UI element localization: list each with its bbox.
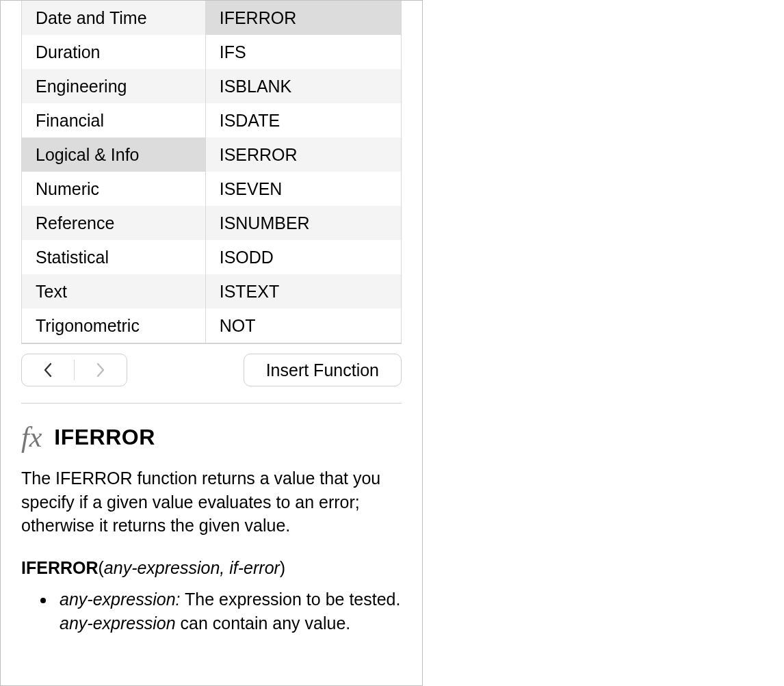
browser-columns: Date and TimeDurationEngineeringFinancia… [21, 1, 402, 343]
category-row[interactable]: Financial [22, 103, 205, 137]
function-browser-lists: Date and TimeDurationEngineeringFinancia… [21, 1, 402, 344]
parameter-name: any-expression: [60, 590, 180, 609]
toolbar: Insert Function [1, 344, 422, 399]
category-row[interactable]: Trigonometric [22, 308, 205, 343]
chevron-left-icon [42, 362, 53, 378]
category-row[interactable]: Numeric [22, 172, 205, 206]
function-row[interactable]: ISERROR [206, 137, 401, 172]
category-row[interactable]: Engineering [22, 69, 205, 103]
parameter-item: any-expression: The expression to be tes… [55, 588, 402, 635]
function-list[interactable]: IFERRORIFSISBLANKISDATEISERRORISEVENISNU… [206, 1, 401, 343]
category-row[interactable]: Duration [22, 35, 205, 69]
syntax-name: IFERROR [21, 558, 99, 577]
function-row[interactable]: NOT [206, 308, 401, 343]
function-row[interactable]: ISODD [206, 240, 401, 274]
function-row[interactable]: ISNUMBER [206, 206, 401, 240]
parameter-inline-italic: any-expression [60, 614, 176, 633]
function-row[interactable]: IFERROR [206, 1, 401, 35]
category-row[interactable]: Date and Time [22, 1, 205, 35]
back-button[interactable] [22, 354, 74, 386]
nav-buttons [21, 354, 127, 386]
function-help: fx IFERROR The IFERROR function returns … [1, 404, 422, 685]
function-help-title: IFERROR [54, 425, 155, 450]
category-row[interactable]: Statistical [22, 240, 205, 274]
function-row[interactable]: ISDATE [206, 103, 401, 137]
parameter-list: any-expression: The expression to be tes… [21, 588, 402, 635]
category-row[interactable]: Text [22, 274, 205, 308]
insert-function-label: Insert Function [266, 360, 379, 380]
function-row[interactable]: ISTEXT [206, 274, 401, 308]
category-list[interactable]: Date and TimeDurationEngineeringFinancia… [22, 1, 206, 343]
function-row[interactable]: ISEVEN [206, 172, 401, 206]
forward-button[interactable] [75, 354, 127, 386]
function-description: The IFERROR function returns a value tha… [21, 466, 402, 538]
function-browser-panel: Date and TimeDurationEngineeringFinancia… [0, 0, 423, 686]
fx-icon: fx [21, 423, 42, 451]
insert-function-button[interactable]: Insert Function [244, 354, 402, 386]
syntax-params: any-expression, if-error [104, 558, 280, 577]
function-row[interactable]: IFS [206, 35, 401, 69]
function-help-header: fx IFERROR [21, 423, 402, 451]
category-row[interactable]: Logical & Info [22, 137, 205, 172]
category-row[interactable]: Reference [22, 206, 205, 240]
function-syntax: IFERROR(any-expression, if-error) [21, 558, 402, 578]
function-row[interactable]: ISBLANK [206, 69, 401, 103]
chevron-right-icon [95, 362, 106, 378]
